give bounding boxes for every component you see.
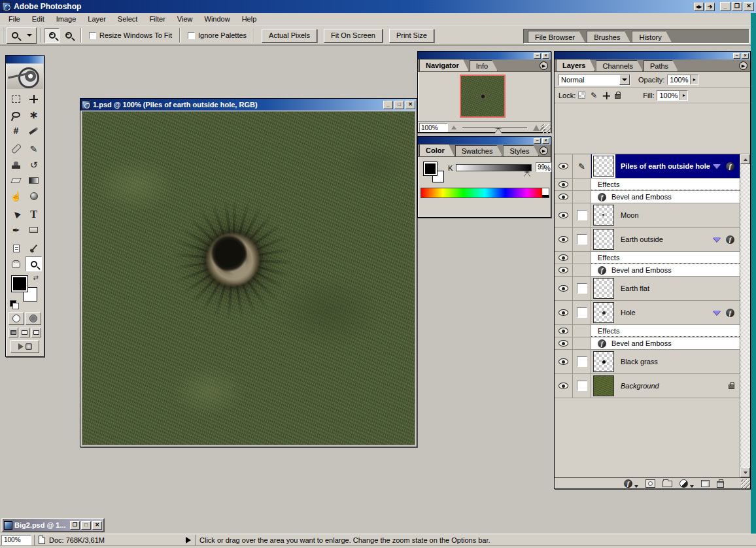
layer-name[interactable]: Earth outside (621, 235, 663, 243)
gradient-tool[interactable] (26, 173, 42, 188)
layer-thumbnail[interactable] (593, 156, 614, 177)
effects-expand-icon[interactable] (713, 164, 721, 169)
layer-thumbnail[interactable] (593, 302, 614, 323)
delete-layer-button[interactable] (717, 481, 724, 488)
navigator-thumbnail[interactable] (460, 75, 506, 118)
menu-help[interactable]: Help (236, 13, 263, 25)
blend-mode-select[interactable]: Normal (558, 74, 630, 86)
swap-colors-icon[interactable]: ⇄ (33, 274, 39, 281)
lock-position-icon[interactable] (603, 92, 609, 98)
tab-paths[interactable]: Paths (644, 60, 678, 71)
quick-mask-button[interactable] (26, 312, 41, 325)
layer-thumbnail[interactable] (593, 205, 614, 226)
layer-thumbnail[interactable] (593, 351, 614, 372)
lock-transparency-icon[interactable] (578, 92, 585, 99)
layer-row[interactable]: Hole f (555, 301, 740, 325)
canvas-grass[interactable] (82, 111, 415, 445)
link-slot[interactable] (577, 356, 587, 367)
layer-row[interactable]: Earth outside f (555, 228, 740, 252)
document-titlebar[interactable]: 1.psd @ 100% (Piles of earth outside hol… (80, 99, 417, 111)
style-row[interactable]: fBevel and Emboss (555, 337, 740, 350)
layer-thumbnail[interactable] (593, 375, 614, 396)
link-slot[interactable] (577, 210, 587, 220)
eraser-tool[interactable] (8, 173, 24, 188)
status-menu-arrow-icon[interactable] (186, 537, 191, 543)
tool-preset-picker[interactable] (7, 27, 37, 44)
layer-row[interactable]: Earth flat (555, 277, 740, 301)
layer-name[interactable]: Moon (621, 211, 639, 219)
doc-maximize-button[interactable]: □ (394, 101, 404, 109)
layer-thumbnail[interactable] (593, 278, 614, 299)
palette-menu-button[interactable]: ▶ (739, 61, 747, 70)
standard-mode-button[interactable] (9, 312, 24, 325)
default-colors-icon[interactable] (10, 300, 18, 308)
actual-pixels-button[interactable]: Actual Pixels (262, 29, 317, 43)
opacity-field[interactable]: 100% ▸ (667, 75, 698, 85)
standard-screen-button[interactable] (9, 328, 18, 337)
ignore-palettes-checkbox[interactable] (188, 32, 195, 39)
zoom-tool[interactable] (26, 256, 42, 271)
resize-windows-checkbox[interactable] (89, 32, 96, 39)
minimized-document[interactable]: Big2.psd @ 1... ❐ □ ✕ (1, 518, 105, 532)
restore-button[interactable]: ❐ (732, 2, 742, 11)
pen-tool[interactable]: ✒ (8, 222, 24, 237)
palette-close-button[interactable]: × (542, 138, 549, 144)
visibility-eye-icon[interactable] (558, 267, 568, 273)
palette-minimize-button[interactable]: − (534, 138, 541, 144)
doc-minimize-button[interactable]: _ (383, 101, 393, 109)
scroll-up-button[interactable] (740, 154, 750, 164)
history-brush-tool[interactable]: ↺ (26, 157, 42, 172)
visibility-eye-icon[interactable] (558, 236, 568, 243)
tab-color[interactable]: Color (419, 144, 455, 156)
k-slider-thumb[interactable] (524, 172, 530, 177)
palette-minimize-button[interactable]: − (534, 53, 541, 59)
scroll-down-button[interactable] (740, 468, 750, 477)
effects-row[interactable]: Effects (555, 179, 740, 191)
layer-style-icon[interactable]: f (726, 309, 734, 317)
tab-brushes[interactable]: Brushes (587, 31, 630, 43)
notes-tool[interactable] (8, 241, 24, 256)
menu-layer[interactable]: Layer (82, 13, 112, 25)
visibility-eye-icon[interactable] (558, 383, 568, 389)
fill-field[interactable]: 100% ▸ (657, 90, 688, 101)
link-slot[interactable] (577, 283, 587, 294)
visibility-eye-icon[interactable] (558, 309, 568, 316)
visibility-eye-icon[interactable] (558, 194, 568, 200)
window-arrows-button[interactable]: ◂▸ (694, 3, 704, 11)
color-spectrum-ramp[interactable] (421, 188, 549, 198)
doc-restore-button[interactable]: ❐ (70, 521, 80, 530)
layer-row[interactable]: Background (555, 374, 740, 398)
layer-row[interactable]: Moon (555, 203, 740, 228)
zoom-out-mountain-icon[interactable] (451, 126, 456, 129)
fill-arrow-button[interactable]: ▸ (679, 91, 687, 100)
palette-close-button[interactable]: × (742, 53, 749, 59)
palette-close-button[interactable]: × (542, 53, 549, 59)
options-drag-handle[interactable] (2, 27, 5, 43)
foreground-color-swatch[interactable] (11, 275, 28, 292)
link-slot[interactable] (577, 381, 587, 391)
layer-row[interactable]: ✎ Piles of earth outside hole f (555, 154, 740, 179)
hand-tool[interactable] (8, 256, 24, 271)
add-layer-style-button[interactable]: f (624, 479, 632, 488)
navigator-zoom-input[interactable] (419, 123, 448, 132)
link-slot[interactable] (577, 234, 587, 245)
foreground-color-swatch[interactable] (423, 162, 438, 176)
smudge-tool[interactable]: ☝ (8, 188, 24, 203)
marquee-tool[interactable] (8, 92, 24, 107)
tab-styles[interactable]: Styles (503, 145, 539, 156)
layer-thumbnail[interactable] (593, 229, 614, 250)
doc-close-button[interactable]: ✕ (405, 101, 415, 109)
toolbox-titlebar[interactable] (6, 56, 44, 63)
doc-close-button[interactable]: ✕ (92, 521, 102, 530)
slider-thumb[interactable] (494, 128, 502, 134)
healing-brush-tool[interactable] (8, 141, 24, 156)
new-layer-button[interactable] (701, 480, 710, 487)
layer-style-icon[interactable]: f (726, 162, 734, 171)
navigator-zoom-slider[interactable] (462, 128, 527, 128)
resize-grip[interactable] (741, 479, 750, 488)
effects-row[interactable]: Effects (555, 252, 740, 264)
path-select-tool[interactable]: ▶ (8, 207, 24, 222)
visibility-eye-icon[interactable] (558, 340, 568, 347)
style-row[interactable]: fBevel and Emboss (555, 191, 740, 203)
visibility-eye-icon[interactable] (558, 358, 568, 365)
